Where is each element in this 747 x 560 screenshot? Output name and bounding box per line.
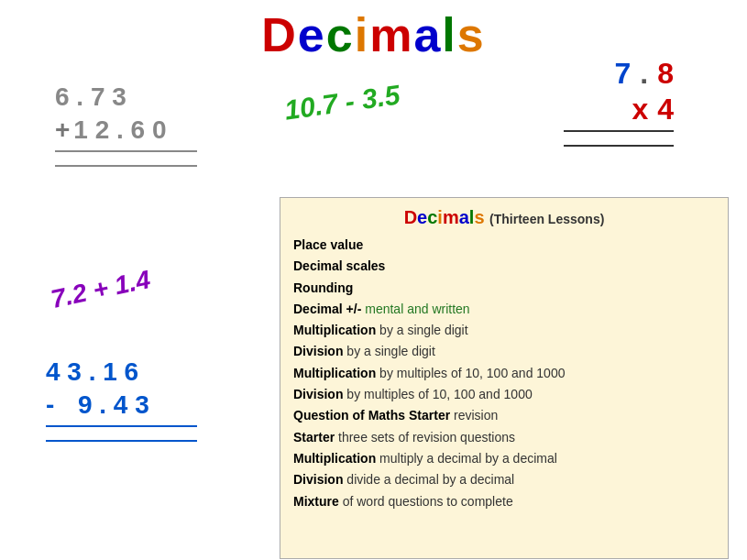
info-item-div-decimal: Division divide a decimal by a decimal bbox=[293, 470, 715, 489]
info-item-decimal-add-sub: Decimal +/- mental and written bbox=[293, 300, 715, 318]
mult-x: x bbox=[632, 93, 648, 126]
diagonal-expression-1: 10.7 - 3.5 bbox=[282, 79, 401, 126]
info-item-starter: Starter three sets of revision questions bbox=[293, 428, 715, 446]
sub-line bbox=[46, 425, 197, 427]
info-item-mult-single: Multiplication by a single digit bbox=[293, 321, 715, 339]
mult-row1: 7 . 8 bbox=[564, 57, 674, 91]
info-box-title: Decimals (Thirteen Lessons) bbox=[293, 207, 715, 228]
info-item-place-value: Place value bbox=[293, 236, 715, 254]
info-item-mult-decimal: Multiplication multiply a decimal by a d… bbox=[293, 449, 715, 467]
mult-num1-7: 7 bbox=[615, 57, 632, 91]
info-item-decimal-scales: Decimal scales bbox=[293, 257, 715, 275]
info-item-rounding: Rounding bbox=[293, 279, 715, 297]
mult-num1-8: 8 bbox=[657, 57, 674, 91]
mult-row2: x 4 bbox=[564, 93, 674, 126]
mult-num2: 4 bbox=[657, 93, 674, 126]
addition-row1: 6 . 7 3 bbox=[55, 82, 197, 112]
mult-dot: . bbox=[640, 57, 648, 91]
info-item-mult-multiples: Multiplication by multiples of 10, 100 a… bbox=[293, 364, 715, 382]
info-item-div-single: Division by a single digit bbox=[293, 342, 715, 360]
addition-answer-line bbox=[55, 165, 197, 167]
mult-answer-line bbox=[564, 145, 674, 147]
info-box-subtitle: (Thirteen Lessons) bbox=[489, 212, 604, 226]
multiplication-problem: 7 . 8 x 4 bbox=[564, 57, 674, 147]
info-box: Decimals (Thirteen Lessons) Place value … bbox=[280, 197, 729, 559]
sub-row2: - 9 . 4 3 bbox=[46, 390, 197, 420]
subtraction-problem: 4 3 . 1 6 - 9 . 4 3 bbox=[46, 357, 197, 442]
sub-minus: - bbox=[46, 390, 54, 420]
info-item-div-multiples: Division by multiples of 10, 100 and 100… bbox=[293, 385, 715, 403]
diagonal-expression-2: 7.2 + 1.4 bbox=[49, 265, 153, 314]
addition-problem: 6 . 7 3 + 1 2 . 6 0 bbox=[55, 82, 197, 167]
page-title: Decimals bbox=[0, 0, 747, 62]
mult-line bbox=[564, 130, 674, 132]
sub-num1: 4 3 . 1 6 bbox=[46, 357, 138, 387]
add-num1: 6 . 7 3 bbox=[55, 82, 126, 112]
sub-answer-line bbox=[46, 440, 197, 442]
add-num2: 1 2 . 6 0 bbox=[73, 115, 166, 145]
sub-num2: 9 . 4 3 bbox=[63, 390, 148, 420]
info-item-mixture: Mixture of word questions to complete bbox=[293, 492, 715, 511]
addition-line bbox=[55, 150, 197, 152]
add-plus: + bbox=[55, 115, 70, 145]
info-item-question-maths: Question of Maths Starter revision bbox=[293, 406, 715, 424]
addition-row2: + 1 2 . 6 0 bbox=[55, 115, 197, 145]
sub-row1: 4 3 . 1 6 bbox=[46, 357, 197, 387]
